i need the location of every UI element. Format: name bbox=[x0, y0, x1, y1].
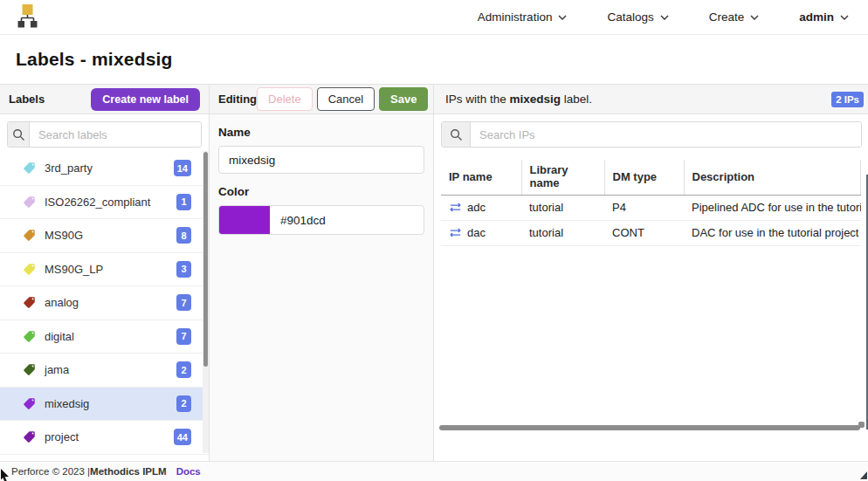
tag-icon bbox=[23, 296, 36, 309]
col-header-ip-name[interactable]: IP name bbox=[441, 160, 521, 196]
label-row-MS90G_LP[interactable]: MS90G_LP3 bbox=[0, 253, 209, 287]
label-row-jama[interactable]: jama2 bbox=[0, 354, 209, 388]
labels-panel: Labels Create new label 3rd_party14ISO26… bbox=[0, 85, 210, 461]
label-row-digital[interactable]: digital7 bbox=[0, 320, 209, 354]
footer: Perforce © 2023 | Methodics IPLM Docs bbox=[0, 461, 868, 481]
ips-header-prefix: IPs with the bbox=[445, 93, 510, 106]
top-nav: Administration Catalogs Create admin bbox=[478, 10, 849, 24]
mouse-cursor bbox=[0, 469, 12, 481]
editing-panel-header: Editing Delete Cancel Save bbox=[210, 85, 433, 114]
editing-buttons: Delete Cancel Save bbox=[257, 87, 428, 111]
label-count-badge: 7 bbox=[176, 328, 191, 345]
ips-header-sentence: IPs with the mixedsig label. bbox=[445, 93, 831, 106]
footer-brand: Methodics IPLM bbox=[90, 466, 167, 477]
nav-user-menu[interactable]: admin bbox=[799, 10, 849, 24]
app-logo-icon[interactable] bbox=[16, 3, 38, 31]
color-swatch[interactable] bbox=[219, 206, 270, 234]
name-field-label: Name bbox=[218, 126, 424, 139]
ips-search-wrap bbox=[434, 114, 868, 148]
color-hex-value: #901dcd bbox=[270, 206, 326, 234]
nav-administration[interactable]: Administration bbox=[478, 10, 568, 24]
resize-corner-mark bbox=[860, 471, 867, 479]
label-name: MS90G bbox=[45, 229, 176, 242]
nav-user-label: admin bbox=[799, 10, 834, 24]
labels-panel-title: Labels bbox=[9, 93, 45, 106]
tag-icon bbox=[23, 161, 36, 175]
labels-search-input[interactable] bbox=[30, 122, 201, 147]
label-count-badge: 7 bbox=[176, 294, 191, 311]
ip-name[interactable]: dac bbox=[467, 226, 486, 239]
ip-swap-icon bbox=[449, 226, 462, 239]
ip-name[interactable]: adc bbox=[467, 201, 486, 214]
save-button[interactable]: Save bbox=[379, 87, 428, 111]
chevron-down-icon bbox=[840, 15, 849, 20]
color-field-label: Color bbox=[218, 185, 424, 198]
ips-horizontal-scrollbar-thumb[interactable] bbox=[439, 425, 860, 430]
search-icon[interactable] bbox=[442, 122, 471, 147]
label-row-project[interactable]: project44 bbox=[0, 421, 209, 455]
create-new-label-button[interactable]: Create new label bbox=[91, 88, 200, 111]
label-name: mixedsig bbox=[45, 397, 176, 410]
tag-icon bbox=[23, 330, 36, 343]
ip-library: tutorial bbox=[521, 196, 604, 221]
tag-icon bbox=[23, 430, 36, 443]
col-header-description[interactable]: Description bbox=[684, 160, 861, 196]
ips-table-header-row: IP name Library name DM type Description bbox=[441, 160, 861, 196]
label-row-3rd_party[interactable]: 3rd_party14 bbox=[0, 152, 209, 186]
tag-icon bbox=[23, 363, 36, 376]
label-count-badge: 3 bbox=[176, 261, 191, 278]
label-count-badge: 1 bbox=[176, 194, 191, 210]
label-edit-form: Name Color #901dcd bbox=[210, 126, 433, 235]
ips-searchbox bbox=[441, 121, 862, 148]
ip-description: Pipelined ADC for use in the tutoria... bbox=[684, 196, 861, 221]
editing-panel-title: Editing bbox=[218, 93, 257, 106]
ips-panel: IPs with the mixedsig label. 2 IPs IP na… bbox=[434, 85, 868, 461]
ip-dm-type: CONT bbox=[604, 221, 684, 246]
cancel-button[interactable]: Cancel bbox=[317, 87, 375, 111]
label-count-badge: 2 bbox=[176, 395, 191, 412]
label-row-analog[interactable]: analog7 bbox=[0, 286, 209, 320]
label-name: jama bbox=[45, 363, 176, 376]
nav-catalogs-label: Catalogs bbox=[607, 10, 653, 24]
ip-swap-icon bbox=[449, 201, 462, 214]
ips-header-label-name: mixedsig bbox=[510, 93, 561, 106]
col-header-dm-type[interactable]: DM type bbox=[604, 160, 684, 196]
docs-link[interactable]: Docs bbox=[176, 466, 201, 477]
label-row-mixedsig[interactable]: mixedsig2 bbox=[0, 388, 209, 422]
main-content: Labels Create new label 3rd_party14ISO26… bbox=[0, 85, 868, 461]
label-name: ISO26262_compliant bbox=[45, 196, 176, 209]
search-icon[interactable] bbox=[8, 122, 30, 147]
label-list: 3rd_party14ISO26262_compliant1MS90G8MS90… bbox=[0, 152, 209, 455]
chevron-down-icon bbox=[750, 15, 759, 20]
label-row-MS90G[interactable]: MS90G8 bbox=[0, 219, 209, 253]
tag-icon bbox=[23, 229, 36, 242]
scrollbar-end-mark bbox=[858, 422, 865, 428]
chevron-down-icon bbox=[558, 15, 567, 20]
labels-scrollbar-track[interactable] bbox=[203, 151, 209, 453]
nav-administration-label: Administration bbox=[478, 10, 553, 24]
ip-row-adc[interactable]: adctutorialP4Pipelined ADC for use in th… bbox=[441, 196, 861, 221]
label-row-ISO26262_compliant[interactable]: ISO26262_compliant1 bbox=[0, 186, 209, 220]
color-picker-field[interactable]: #901dcd bbox=[218, 205, 424, 235]
app-window: Administration Catalogs Create admin Lab… bbox=[0, 0, 868, 481]
col-header-library-name[interactable]: Library name bbox=[521, 160, 604, 196]
label-name: digital bbox=[45, 330, 176, 343]
label-count-badge: 44 bbox=[174, 429, 191, 445]
label-name: analog bbox=[45, 296, 176, 309]
nav-catalogs[interactable]: Catalogs bbox=[607, 10, 668, 24]
name-input[interactable] bbox=[218, 146, 424, 174]
ip-description: DAC for use in the tutorial project bbox=[684, 221, 861, 246]
delete-button[interactable]: Delete bbox=[257, 87, 313, 111]
labels-scrollbar-thumb[interactable] bbox=[203, 152, 208, 367]
ips-panel-header: IPs with the mixedsig label. 2 IPs bbox=[434, 85, 868, 114]
tag-icon bbox=[23, 263, 36, 276]
nav-create[interactable]: Create bbox=[709, 10, 760, 24]
ips-count-badge: 2 IPs bbox=[831, 92, 864, 107]
label-count-badge: 8 bbox=[176, 227, 191, 244]
ips-table: IP name Library name DM type Description… bbox=[441, 160, 861, 246]
tag-icon bbox=[23, 397, 36, 410]
ip-row-dac[interactable]: dactutorialCONTDAC for use in the tutori… bbox=[441, 221, 861, 246]
titlebar: Labels - mixedsig bbox=[0, 35, 868, 85]
label-name: project bbox=[45, 430, 174, 443]
ips-search-input[interactable] bbox=[471, 122, 861, 147]
